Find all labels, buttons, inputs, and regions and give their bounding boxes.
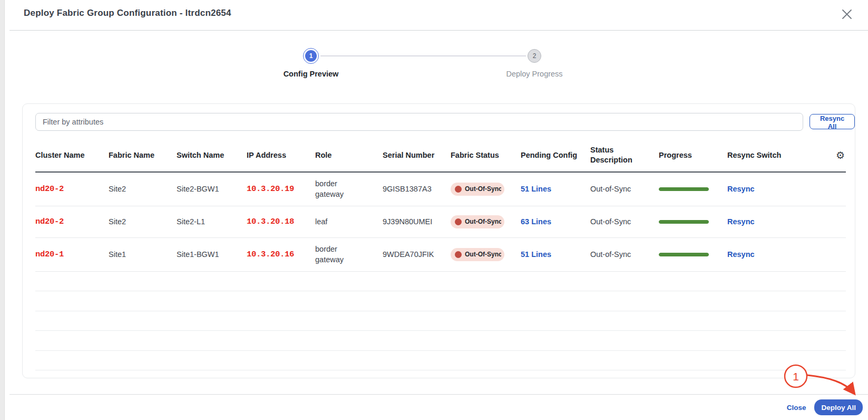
table-settings-cell: ⚙: [826, 139, 846, 171]
cluster-name-cell: nd20-1: [35, 238, 109, 271]
role-cell: border gateway: [315, 238, 383, 271]
resync-switch-cell: Resync: [727, 238, 826, 271]
resync-switch-cell: Resync: [727, 173, 826, 206]
serial-number-cell: 9J39N80UMEI: [383, 206, 451, 237]
status-dot-icon: [455, 186, 462, 193]
status-description-cell: Out-of-Sync: [590, 173, 659, 206]
deploy-all-button[interactable]: Deploy All: [814, 399, 863, 415]
role-value: border gateway: [315, 179, 354, 199]
modal: Deploy Fabric Group Configuration - ltrd…: [5, 0, 868, 420]
empty-table-row: [35, 272, 846, 291]
empty-table-row: [35, 291, 846, 311]
progress-cell: [659, 238, 727, 271]
ip-address-value: 10.3.20.19: [247, 184, 294, 195]
table-header-row: Cluster NameFabric NameSwitch NameIP Add…: [35, 139, 846, 173]
progress-cell: [659, 173, 727, 206]
serial-number-cell: 9GISB1387A3: [383, 173, 451, 206]
column-header-fabric-status: Fabric Status: [451, 139, 521, 171]
step-2-label: Deploy Progress: [482, 70, 587, 78]
empty-table-row: [35, 311, 846, 331]
step-2-number: 2: [533, 52, 537, 60]
page-title: Deploy Fabric Group Configuration - ltrd…: [24, 8, 231, 18]
filter-input[interactable]: [35, 113, 803, 131]
cluster-name-cell: nd20-2: [35, 173, 109, 206]
table-body: nd20-2Site2Site2-BGW110.3.20.19border ga…: [35, 173, 846, 370]
step-1-number: 1: [309, 52, 313, 60]
ip-address-value: 10.3.20.16: [247, 249, 294, 260]
gear-column-spacer: [826, 206, 846, 237]
ip-address-cell: 10.3.20.18: [247, 206, 315, 237]
column-header-serial-number: Serial Number: [383, 139, 451, 171]
progress-bar: [659, 220, 709, 224]
background-page-edge: [0, 0, 5, 420]
resync-all-button[interactable]: Resync All: [810, 114, 855, 129]
switch-table: Cluster NameFabric NameSwitch NameIP Add…: [35, 139, 846, 370]
fabric-status-badge: Out-Of-Sync: [451, 215, 504, 228]
resync-link[interactable]: Resync: [727, 184, 755, 195]
role-cell: leaf: [315, 206, 383, 237]
fabric-status-cell: Out-Of-Sync: [451, 238, 521, 271]
column-header-resync-switch: Resync Switch: [727, 139, 826, 171]
column-header-ip-address: IP Address: [247, 139, 315, 171]
fabric-status-text: Out-Of-Sync: [465, 250, 501, 259]
column-header-status-description: Status Description: [590, 139, 659, 171]
role-value: border gateway: [315, 244, 354, 265]
modal-footer: Close Deploy All: [9, 394, 868, 420]
status-description-cell: Out-of-Sync: [590, 206, 659, 237]
close-button[interactable]: Close: [787, 404, 806, 412]
empty-table-row: [35, 331, 846, 350]
cluster-name-value: nd20-2: [35, 184, 64, 195]
progress-bar: [659, 187, 709, 191]
column-header-fabric-name: Fabric Name: [109, 139, 177, 171]
pending-config-cell: 63 Lines: [521, 206, 590, 237]
fabric-status-cell: Out-Of-Sync: [451, 206, 521, 237]
role-cell: border gateway: [315, 173, 383, 206]
resync-switch-cell: Resync: [727, 206, 826, 237]
header-divider: [9, 30, 868, 31]
progress-cell: [659, 206, 727, 237]
switch-name-cell: Site2-L1: [177, 206, 247, 237]
fabric-name-cell: Site2: [109, 173, 177, 206]
gear-icon[interactable]: ⚙: [836, 150, 845, 160]
fabric-status-text: Out-Of-Sync: [465, 185, 501, 193]
pending-config-cell: 51 Lines: [521, 238, 590, 271]
gear-column-spacer: [826, 173, 846, 206]
pending-config-link[interactable]: 63 Lines: [521, 217, 551, 227]
step-2-indicator[interactable]: 2: [528, 49, 541, 63]
cluster-name-value: nd20-1: [35, 249, 64, 260]
cluster-name-value: nd20-2: [35, 216, 64, 227]
table-row: nd20-2Site2Site2-BGW110.3.20.19border ga…: [35, 173, 846, 206]
column-header-role: Role: [315, 139, 383, 171]
column-header-cluster-name: Cluster Name: [35, 139, 109, 171]
ip-address-cell: 10.3.20.19: [247, 173, 315, 206]
column-header-switch-name: Switch Name: [177, 139, 247, 171]
switch-name-cell: Site2-BGW1: [177, 173, 247, 206]
progress-bar: [659, 253, 709, 256]
status-description-cell: Out-of-Sync: [590, 238, 659, 271]
stepper-connector: [320, 55, 526, 56]
fabric-status-cell: Out-Of-Sync: [451, 173, 521, 206]
fabric-name-cell: Site1: [109, 238, 177, 271]
status-dot-icon: [455, 251, 462, 258]
ip-address-cell: 10.3.20.16: [247, 238, 315, 271]
pending-config-link[interactable]: 51 Lines: [521, 250, 551, 260]
switch-name-cell: Site1-BGW1: [177, 238, 247, 271]
close-icon[interactable]: [839, 6, 855, 22]
pending-config-link[interactable]: 51 Lines: [521, 184, 551, 195]
gear-column-spacer: [826, 238, 846, 271]
fabric-status-badge: Out-Of-Sync: [451, 248, 504, 261]
serial-number-cell: 9WDEA70JFIK: [383, 238, 451, 271]
ip-address-value: 10.3.20.18: [247, 216, 294, 227]
status-dot-icon: [455, 218, 462, 225]
empty-table-row: [35, 351, 846, 370]
step-1-indicator[interactable]: 1: [303, 48, 319, 64]
step-1-label: Config Preview: [258, 70, 364, 78]
deploy-fabric-dialog: Deploy Fabric Group Configuration - ltrd…: [0, 0, 868, 420]
cluster-name-cell: nd20-2: [35, 206, 109, 237]
fabric-name-cell: Site2: [109, 206, 177, 237]
resync-link[interactable]: Resync: [727, 250, 755, 260]
fabric-status-text: Out-Of-Sync: [465, 217, 501, 226]
pending-config-cell: 51 Lines: [521, 173, 590, 206]
resync-link[interactable]: Resync: [727, 217, 755, 227]
column-header-progress: Progress: [659, 139, 727, 171]
